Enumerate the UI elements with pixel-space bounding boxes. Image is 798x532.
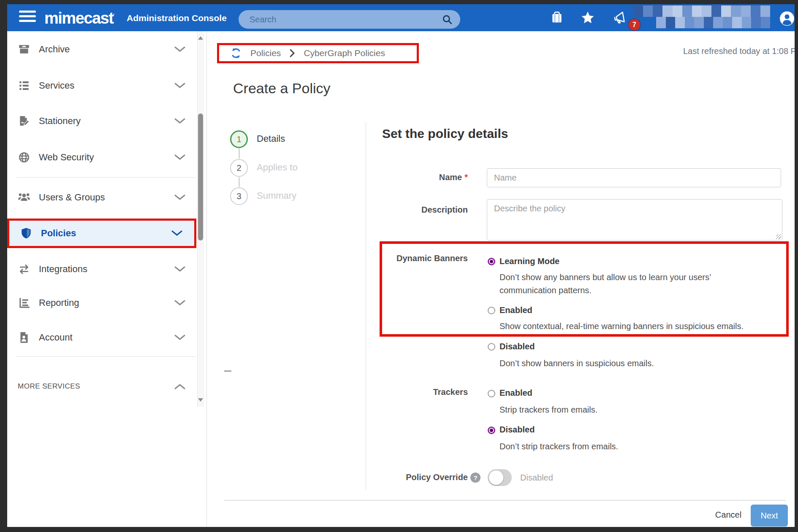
breadcrumb-policies-link[interactable]: Policies [250,48,281,58]
policy-override-toggle[interactable] [488,469,512,486]
policy-override-state: Disabled [520,473,553,483]
refresh-icon[interactable] [230,47,242,59]
stepper-connector [239,177,240,187]
stationery-document-pencil-icon [18,115,30,127]
sidebar-item-policies[interactable]: Policies [9,221,194,246]
name-input[interactable] [487,168,781,187]
banners-disabled-option-label: Disabled [499,342,535,351]
account-document-icon [18,331,30,344]
form-heading: Set the policy details [382,127,508,141]
sidebar-content-divider [206,31,207,527]
last-refreshed-text: Last refreshed today at 1:08 P [683,46,795,56]
star-favorites-icon[interactable] [581,11,595,27]
sidebar-item-label: Stationery [39,116,174,127]
cancel-button[interactable]: Cancel [713,510,744,520]
sidebar-item-archive[interactable]: Archive [7,37,197,62]
next-button[interactable]: Next [751,505,788,527]
window-frame-left [0,0,7,532]
radio-trackers-disabled[interactable] [488,427,495,434]
annotation-box-policies: Policies [7,219,196,248]
top-bar: mimecast' Administration Console [7,4,795,31]
chevron-down-icon [174,194,185,200]
chevron-down-icon [171,230,182,236]
sidebar-item-account[interactable]: Account [7,325,197,350]
page-title: Create a Policy [233,80,331,97]
textarea-resize-handle[interactable] [776,234,781,239]
description-label: Description [296,205,468,215]
sidebar-item-web-security[interactable]: Web Security [7,145,197,170]
sidebar-item-label: Policies [41,228,171,239]
sidebar-item-reporting[interactable]: Reporting [7,290,197,316]
step-3-circle[interactable]: 3 [230,187,248,205]
sidebar-item-label: Web Security [39,152,174,163]
sidebar-item-more-services[interactable]: MORE SERVICES [7,376,197,397]
sidebar-item-label: Account [39,332,174,343]
step-number: 1 [236,135,241,144]
sidebar-item-stationery[interactable]: Stationery [7,108,197,134]
chevron-down-icon [174,83,185,89]
notification-badge: 7 [629,19,640,30]
breadcrumb-separator-icon [289,49,295,57]
step-number: 2 [236,163,241,173]
trackers-label: Trackers [296,387,468,397]
sidebar-divider [16,177,196,178]
sidebar-scrollbar-thumb[interactable] [198,113,203,240]
globe-icon [18,151,30,164]
breadcrumb-cybergraph-policies[interactable]: CyberGraph Policies [304,48,385,58]
chevron-down-icon [174,266,185,272]
search-bar[interactable] [239,10,460,29]
step-number: 3 [236,192,241,201]
sidebar-item-label: Archive [39,44,174,55]
scrollbar-up-arrow[interactable] [198,36,203,40]
step-2-circle[interactable]: 2 [230,159,248,177]
step-2-label[interactable]: Applies to [257,162,298,173]
trackers-disabled-description: Don’t strip trackers from emails. [499,440,770,453]
sidebar-item-label: Services [39,80,174,91]
mimecast-logo: mimecast' [44,10,114,26]
archive-icon [18,43,30,56]
search-input[interactable] [249,14,442,25]
integrations-arrows-icon [18,263,30,275]
name-label: Name* [296,173,468,182]
console-title: Administration Console [127,13,227,23]
hamburger-menu-icon[interactable] [19,11,36,24]
help-icon[interactable]: ? [470,473,480,483]
step-3-label[interactable]: Summary [257,190,296,201]
radio-banners-disabled[interactable] [488,343,495,351]
sidebar-item-label: Users & Groups [39,192,174,203]
users-groups-icon [18,191,30,204]
chevron-down-icon [174,46,185,52]
scrollbar-down-arrow[interactable] [198,398,203,402]
footer-divider [224,500,786,501]
stepper-connector [239,149,240,159]
required-asterisk: * [464,173,468,182]
chevron-up-icon [174,383,185,389]
chevron-down-icon [174,300,185,306]
window-frame-right [795,0,798,532]
step-1-circle[interactable]: 1 [230,130,248,148]
briefcase-icon[interactable] [550,11,564,26]
annotation-box-dynamic-banners [380,241,789,337]
sidebar-item-users-groups[interactable]: Users & Groups [7,185,197,210]
policy-override-label: Policy Override [296,473,468,482]
trackers-disabled-option-label: Disabled [499,425,535,435]
sidebar-item-services[interactable]: Services [7,73,197,98]
sidebar-divider [16,356,196,357]
shield-policies-icon [20,227,33,240]
radio-trackers-enabled[interactable] [488,390,495,397]
step-1-label[interactable]: Details [257,133,285,144]
avatar[interactable] [779,11,795,28]
window-frame-bottom [0,527,798,532]
more-services-label: MORE SERVICES [18,382,174,391]
sidebar-item-label: Reporting [39,297,174,308]
reporting-chart-icon [18,297,30,309]
search-icon[interactable] [442,14,453,25]
redacted-account-name [633,5,770,17]
mimecast-admin-console: { "topbar": { "brand": "mimecast", "titl… [0,0,798,532]
megaphone-announcements-icon[interactable] [612,10,627,27]
redacted-account-name-line2 [656,17,770,28]
window-frame-top [0,0,798,4]
chevron-down-icon [174,118,185,124]
sidebar-item-integrations[interactable]: Integrations [7,257,197,282]
description-textarea[interactable] [487,199,782,240]
